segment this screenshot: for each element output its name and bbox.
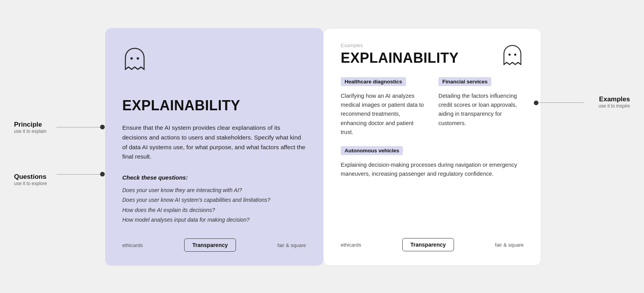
question-2: Does your user know AI system's capabili… <box>122 195 306 205</box>
svg-point-2 <box>509 53 510 55</box>
questions-title: Questions <box>14 173 47 181</box>
card-left-description: Ensure that the AI system provides clear… <box>122 123 306 162</box>
questions-connector-line <box>56 174 101 175</box>
check-questions-title: Check these questions: <box>122 174 306 181</box>
right-annotations: Examples use it to inspire <box>598 95 630 109</box>
example-tag-autonomous: Autonomous vehicles <box>341 146 403 155</box>
questions-annotation: Questions use it to explore <box>14 173 47 186</box>
examples-annotation-subtitle: use it to inspire <box>598 103 630 109</box>
questions-connector-dot <box>100 172 105 177</box>
left-annotations: Principle use it to explain Questions us… <box>14 121 47 186</box>
card-right-label: Examples <box>341 42 459 48</box>
examples-connector-line <box>539 102 584 103</box>
principle-connector-dot <box>100 125 105 129</box>
svg-point-0 <box>130 57 133 60</box>
svg-point-1 <box>137 57 139 60</box>
card-right-title: EXPLAINABILITY <box>341 50 459 66</box>
principle-connector-line <box>56 127 101 127</box>
example-col-healthcare: Healthcare diagnostics Clarifying how an… <box>341 77 426 137</box>
principle-title: Principle <box>14 121 47 129</box>
example-row-autonomous: Autonomous vehicles Explaining decision-… <box>341 146 524 178</box>
card-left-footer: ethicards Transparency fair & square <box>122 238 306 252</box>
card-right-footer-right: fair & square <box>495 242 524 248</box>
principle-annotation: Principle use it to explain <box>14 121 47 134</box>
card-right: Examples EXPLAINABILITY Healthcare diag <box>323 28 541 266</box>
svg-point-3 <box>514 53 516 55</box>
card-left-brand: ethicards <box>122 242 143 248</box>
examples-annotation: Examples use it to inspire <box>598 95 630 109</box>
card-left-title: EXPLAINABILITY <box>122 97 306 114</box>
card-right-badge: Transparency <box>402 238 454 251</box>
check-questions-list: Does your user know they are interacting… <box>122 185 306 225</box>
card-left-footer-right: fair & square <box>277 242 306 248</box>
examples-annotation-title: Examples <box>599 95 630 103</box>
examples-grid: Healthcare diagnostics Clarifying how an… <box>341 77 524 137</box>
questions-subtitle: use it to explore <box>14 181 47 186</box>
examples-connector-dot <box>534 101 538 105</box>
card-right-footer: ethicards Transparency fair & square <box>341 238 524 251</box>
question-1: Does your user know they are interacting… <box>122 185 306 195</box>
card-right-brand: ethicards <box>341 242 361 248</box>
card-left: EXPLAINABILITY Ensure that the AI system… <box>105 28 323 266</box>
question-4: How model analyses input data for making… <box>122 215 306 225</box>
example-tag-financial: Financial services <box>438 77 491 86</box>
question-3: How does the AI explain its decisions? <box>122 205 306 215</box>
example-text-financial: Detailing the factors influencing credit… <box>438 92 524 128</box>
cards-container: EXPLAINABILITY Ensure that the AI system… <box>105 28 541 266</box>
example-text-autonomous: Explaining decision-making processes dur… <box>341 161 524 178</box>
example-text-healthcare: Clarifying how an AI analyzes medical im… <box>341 92 426 137</box>
example-col-financial: Financial services Detailing the factors… <box>438 77 524 137</box>
card-left-badge: Transparency <box>184 238 236 252</box>
ghost-icon-left <box>122 47 147 74</box>
main-scene: Principle use it to explain Questions us… <box>0 0 644 293</box>
principle-subtitle: use it to explain <box>14 129 47 134</box>
check-questions-section: Check these questions: Does your user kn… <box>122 174 306 225</box>
ghost-icon-right <box>501 44 524 68</box>
example-tag-healthcare: Healthcare diagnostics <box>341 77 406 86</box>
